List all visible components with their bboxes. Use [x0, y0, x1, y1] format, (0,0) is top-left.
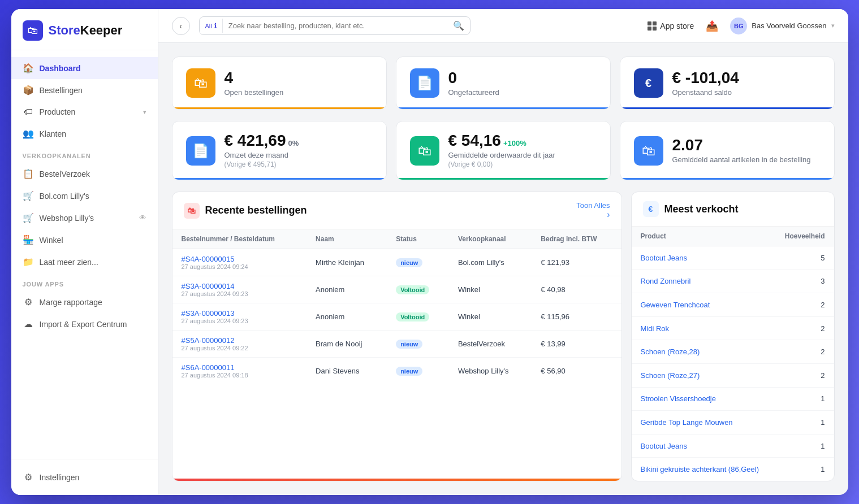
marge-icon: ⚙: [23, 297, 34, 307]
order-status-cell: nieuw: [387, 249, 449, 276]
search-filter-all[interactable]: All ℹ: [200, 19, 223, 33]
table-row: #S3A-00000014 27 augustus 2024 09:23 Ano…: [172, 276, 621, 303]
stat-card-open-bestellingen: 🛍 4 Open bestellingen: [172, 57, 387, 110]
stat-number-orders: 4: [225, 70, 284, 86]
stat-info-orders: 4 Open bestellingen: [225, 70, 284, 97]
app-store-button[interactable]: App store: [648, 21, 694, 31]
user-menu-button[interactable]: BG Bas Voorveld Goossen ▾: [730, 18, 834, 34]
bestelverzoek-icon: 📋: [23, 168, 34, 179]
sidebar-item-winkel[interactable]: 🏪 Winkel: [11, 229, 158, 251]
main-area: ‹ All ℹ 🔍 App store 📤 BG: [158, 9, 848, 495]
sidebar-item-webshop[interactable]: 🛒 Webshop Lilly's 👁: [11, 207, 158, 229]
seller-product[interactable]: Rond Zonnebril: [632, 270, 774, 293]
sidebar-bottom: ⚙ Instellingen: [11, 459, 158, 495]
orders-card: 🛍 Recente bestellingen Toon Alles › Best…: [172, 192, 622, 481]
sidebar: 🛍 StoreKeeper 🏠 Dashboard 📦 Bestellingen…: [11, 9, 158, 495]
stat-card-saldo: € € -101,04 Openstaand saldo: [620, 57, 835, 110]
order-status-cell: Voltooid: [387, 303, 449, 331]
stats-row-2: 📄 € 421,690% Omzet deze maand (Vorige € …: [172, 121, 835, 180]
order-id-cell: #S3A-00000013 27 augustus 2024 09:23: [172, 303, 307, 331]
toon-alles-button[interactable]: Toon Alles ›: [576, 201, 610, 220]
seller-hoeveelheid: 1: [774, 411, 834, 435]
stat-number-artikelen: 2.07: [672, 137, 811, 153]
sidebar-item-instellingen[interactable]: ⚙ Instellingen: [11, 466, 158, 488]
order-date: 27 augustus 2024 09:24: [182, 263, 298, 270]
order-bedrag-cell: € 115,96: [532, 303, 621, 331]
order-kanaal-cell: Bol.com Lilly's: [449, 249, 532, 276]
products-icon: 🏷: [23, 107, 34, 117]
sidebar-item-label: Import & Export Centrum: [40, 320, 127, 329]
sidebar-item-klanten[interactable]: 👥 Klanten: [11, 123, 158, 145]
list-item: Midi Rok 2: [632, 316, 834, 340]
bottom-row: 🛍 Recente bestellingen Toon Alles › Best…: [172, 192, 835, 481]
sidebar-item-marge[interactable]: ⚙ Marge rapportage: [11, 291, 158, 313]
order-bedrag-cell: € 121,93: [532, 249, 621, 276]
customers-icon: 👥: [23, 128, 34, 139]
stat-info-orderwaarde: € 54,16+100% Gemiddelde orderwaarde dit …: [448, 133, 555, 168]
stat-icon-omzet: 📄: [186, 136, 215, 166]
sidebar-item-import-export[interactable]: ☁ Import & Export Centrum: [11, 313, 158, 335]
sidebar-item-producten[interactable]: 🏷 Producten ▾: [11, 101, 158, 123]
stat-icon-artikelen: 🛍: [634, 136, 663, 166]
search-input[interactable]: [223, 18, 447, 33]
col-status: Status: [387, 229, 449, 249]
sidebar-item-bestelverzoek[interactable]: 📋 BestelVerzoek: [11, 163, 158, 185]
seller-hoeveelheid: 1: [774, 458, 834, 481]
stat-label-orderwaarde: Gemiddelde orderwaarde dit jaar: [448, 151, 555, 159]
header-right: App store 📤 BG Bas Voorveld Goossen ▾: [648, 17, 834, 35]
notifications-button[interactable]: 📤: [703, 17, 721, 35]
bolcom-icon: 🛒: [23, 190, 34, 201]
seller-product[interactable]: Geribde Top Lange Mouwen: [632, 411, 774, 435]
order-naam-cell: Bram de Nooij: [307, 331, 387, 358]
sidebar-item-bestellingen[interactable]: 📦 Bestellingen: [11, 79, 158, 101]
status-badge: nieuw: [396, 367, 422, 376]
order-bedrag-cell: € 56,90: [532, 358, 621, 385]
table-row: #S5A-00000012 27 augustus 2024 09:22 Bra…: [172, 331, 621, 358]
order-link[interactable]: #S5A-00000012: [182, 336, 298, 345]
sidebar-item-label: Instellingen: [40, 473, 80, 482]
stat-icon-invoice: 📄: [410, 68, 439, 98]
order-link[interactable]: #S3A-00000013: [182, 309, 298, 318]
seller-product[interactable]: Schoen (Roze,27): [632, 364, 774, 388]
main-nav: 🏠 Dashboard 📦 Bestellingen 🏷 Producten ▾…: [11, 50, 158, 459]
sellers-header: € Meest verkocht: [632, 192, 834, 227]
seller-hoeveelheid: 2: [774, 340, 834, 364]
home-icon: 🏠: [23, 63, 34, 73]
seller-product[interactable]: Strooien Vissershoedje: [632, 387, 774, 411]
sidebar-item-laat-meer[interactable]: 📁 Laat meer zien...: [11, 251, 158, 273]
euro-icon: €: [643, 201, 659, 217]
seller-product[interactable]: Schoen (Roze,28): [632, 340, 774, 364]
order-bedrag-cell: € 13,99: [532, 331, 621, 358]
order-link[interactable]: #S3A-00000014: [182, 282, 298, 290]
back-button[interactable]: ‹: [172, 17, 190, 35]
seller-product[interactable]: Geweven Trenchcoat: [632, 293, 774, 317]
order-link[interactable]: #S6A-00000011: [182, 363, 298, 372]
avatar: BG: [730, 18, 747, 34]
sidebar-item-label: Dashboard: [40, 64, 81, 73]
seller-hoeveelheid: 5: [774, 246, 834, 270]
search-button[interactable]: 🔍: [447, 17, 470, 34]
seller-hoeveelheid: 2: [774, 316, 834, 340]
cloud-icon: ☁: [23, 319, 34, 329]
sidebar-item-label: Laat meer zien...: [40, 258, 98, 267]
orders-card-header: 🛍 Recente bestellingen Toon Alles ›: [172, 192, 621, 229]
logo-icon: 🛍: [23, 20, 43, 41]
seller-product[interactable]: Bikini gekruiste achterkant (86,Geel): [632, 458, 774, 481]
order-link[interactable]: #S4A-00000015: [182, 255, 298, 263]
section-verkoopkanalen: VERKOOPKANALEN: [11, 145, 158, 163]
stat-card-orderwaarde: 🛍 € 54,16+100% Gemiddelde orderwaarde di…: [396, 121, 611, 180]
seller-product[interactable]: Bootcut Jeans: [632, 434, 774, 458]
user-name: Bas Voorveld Goossen: [752, 21, 826, 30]
order-date: 27 augustus 2024 09:22: [182, 345, 298, 351]
col-bedrag: Bedrag incl. BTW: [532, 229, 621, 249]
stat-number-invoice: 0: [448, 70, 499, 86]
eye-icon: 👁: [139, 214, 146, 222]
seller-product[interactable]: Midi Rok: [632, 316, 774, 340]
stat-label-invoice: Ongefactureerd: [448, 88, 499, 97]
stat-info-saldo: € -101,04 Openstaand saldo: [672, 70, 739, 97]
sidebar-item-dashboard[interactable]: 🏠 Dashboard: [11, 57, 158, 79]
sidebar-item-bolcom[interactable]: 🛒 Bol.com Lilly's: [11, 185, 158, 207]
winkel-icon: 🏪: [23, 234, 34, 245]
seller-product[interactable]: Bootcut Jeans: [632, 246, 774, 270]
col-hoeveelheid: Hoeveelheid: [774, 227, 834, 246]
